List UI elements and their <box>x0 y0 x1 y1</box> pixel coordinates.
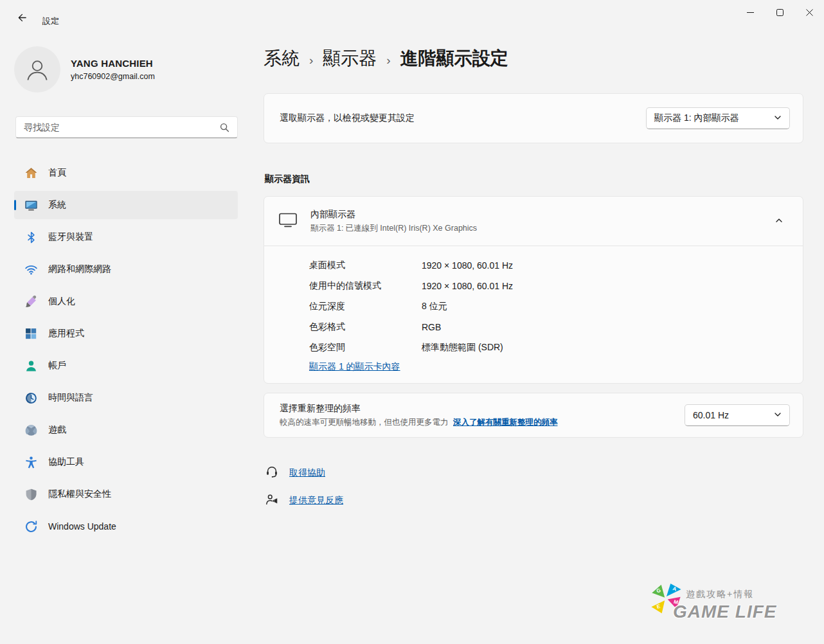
breadcrumb-separator: › <box>309 50 313 67</box>
close-icon <box>806 8 813 18</box>
info-row-active-signal-mode: 使用中的信號模式 1920 × 1080, 60.01 Hz <box>309 276 787 296</box>
display-info-texts: 內部顯示器 顯示器 1: 已連線到 Intel(R) Iris(R) Xe Gr… <box>310 209 768 234</box>
accessibility-person-icon <box>24 455 38 469</box>
sidebar-item-time-language[interactable]: 時間與語言 <box>14 384 238 412</box>
breadcrumb: 系統 › 顯示器 › 進階顯示設定 <box>264 46 508 71</box>
refresh-rate-value: 60.01 Hz <box>693 410 729 420</box>
refresh-rate-subtitle-text: 較高的速率可更順暢地移動，但也使用更多電力 <box>280 418 449 427</box>
maximize-icon <box>776 8 784 18</box>
refresh-rate-dropdown[interactable]: 60.01 Hz <box>685 404 790 426</box>
minimize-button[interactable] <box>735 0 765 26</box>
chevron-down-icon <box>774 113 782 123</box>
get-help-icon <box>265 465 279 481</box>
info-value: RGB <box>422 322 441 332</box>
info-label: 位元深度 <box>309 301 422 312</box>
sidebar-item-privacy-security[interactable]: 隱私權與安全性 <box>14 480 238 508</box>
display-info-expander-header[interactable]: 內部顯示器 顯示器 1: 已連線到 Intel(R) Iris(R) Xe Gr… <box>264 197 803 246</box>
sidebar-item-label: 首頁 <box>48 167 66 179</box>
sidebar-item-gaming[interactable]: 遊戲 <box>14 416 238 444</box>
refresh-rate-subtitle: 較高的速率可更順暢地移動，但也使用更多電力 深入了解有關重新整理的頻率 <box>280 417 557 428</box>
game-life-watermark: G A M E 遊戲攻略+情報 GAME LIFE <box>655 584 793 635</box>
sidebar-item-label: 系統 <box>48 199 66 211</box>
monitor-icon <box>278 212 298 230</box>
display-info-title: 內部顯示器 <box>310 209 768 220</box>
window-controls <box>735 0 824 26</box>
close-button[interactable] <box>794 0 824 26</box>
chevron-down-icon <box>774 410 782 420</box>
footer-links: 取得協助 提供意見反應 <box>265 464 343 519</box>
get-help-label: 取得協助 <box>289 467 325 479</box>
back-button[interactable] <box>10 9 33 28</box>
sidebar-item-label: 時間與語言 <box>48 392 93 404</box>
main-content: 系統 › 顯示器 › 進階顯示設定 選取顯示器，以檢視或變更其設定 顯示器 1:… <box>264 32 803 644</box>
clock-icon <box>24 391 38 405</box>
refresh-rate-card: 選擇重新整理的頻率 較高的速率可更順暢地移動，但也使用更多電力 深入了解有關重新… <box>264 393 803 438</box>
sidebar-item-label: 帳戶 <box>48 360 66 371</box>
user-texts: YANG HANCHIEH yhc760902@gmail.com <box>71 58 155 81</box>
system-icon <box>24 198 38 212</box>
chevron-up-icon <box>775 217 783 226</box>
sidebar-item-bluetooth-devices[interactable]: 藍牙與裝置 <box>14 223 238 251</box>
refresh-rate-title: 選擇重新整理的頻率 <box>280 403 557 415</box>
sidebar-item-network-internet[interactable]: 網路和網際網路 <box>14 255 238 283</box>
info-row-desktop-mode: 桌面模式 1920 × 1080, 60.01 Hz <box>309 255 787 276</box>
search-icon[interactable] <box>220 123 229 132</box>
home-icon <box>24 166 38 180</box>
back-arrow-icon <box>17 13 27 24</box>
info-value: 標準動態範圍 (SDR) <box>422 342 503 353</box>
select-display-label: 選取顯示器，以檢視或變更其設定 <box>280 112 415 124</box>
info-label: 桌面模式 <box>309 260 422 271</box>
display-info-card: 內部顯示器 顯示器 1: 已連線到 Intel(R) Iris(R) Xe Gr… <box>264 196 803 384</box>
bluetooth-icon <box>24 230 38 244</box>
sidebar-item-windows-update[interactable]: Windows Update <box>14 512 238 541</box>
sidebar-item-label: 網路和網際網路 <box>48 264 111 275</box>
info-value: 8 位元 <box>422 301 447 312</box>
info-value: 1920 × 1080, 60.01 Hz <box>422 281 513 291</box>
shield-icon <box>24 487 38 501</box>
sidebar-item-label: 個人化 <box>48 296 75 307</box>
breadcrumb-separator: › <box>386 50 390 67</box>
person-icon <box>24 359 38 373</box>
sidebar-item-label: 遊戲 <box>48 424 66 436</box>
info-label: 使用中的信號模式 <box>309 280 422 292</box>
sidebar-item-apps[interactable]: 應用程式 <box>14 319 238 348</box>
display-info-body: 桌面模式 1920 × 1080, 60.01 Hz 使用中的信號模式 1920… <box>264 246 803 383</box>
sidebar-item-personalization[interactable]: 個人化 <box>14 287 238 316</box>
maximize-button[interactable] <box>765 0 794 26</box>
paintbrush-icon <box>24 294 38 309</box>
display-select-value: 顯示器 1: 內部顯示器 <box>654 112 739 124</box>
learn-more-link[interactable]: 深入了解有關重新整理的頻率 <box>453 418 558 427</box>
apps-grid-icon <box>24 326 38 341</box>
sidebar-item-accounts[interactable]: 帳戶 <box>14 352 238 380</box>
sidebar-item-system[interactable]: 系統 <box>14 191 238 219</box>
breadcrumb-display[interactable]: 顯示器 <box>323 46 377 71</box>
feedback-label: 提供意見反應 <box>289 495 343 506</box>
page-title: 進階顯示設定 <box>400 46 508 71</box>
update-arrows-icon <box>24 519 38 533</box>
sidebar-item-label: 藍牙與裝置 <box>48 231 93 243</box>
sidebar-item-accessibility[interactable]: 協助工具 <box>14 448 238 476</box>
display-adapter-properties-link[interactable]: 顯示器 1 的顯示卡內容 <box>309 361 400 373</box>
sidebar-item-label: 協助工具 <box>48 456 84 468</box>
minimize-icon <box>747 8 754 18</box>
info-value: 1920 × 1080, 60.01 Hz <box>422 260 513 271</box>
sidebar-item-label: 隱私權與安全性 <box>48 488 111 500</box>
display-select-dropdown[interactable]: 顯示器 1: 內部顯示器 <box>646 107 790 129</box>
wifi-icon <box>24 262 38 276</box>
user-email: yhc760902@gmail.com <box>71 72 155 81</box>
display-info-section-title: 顯示器資訊 <box>265 174 310 185</box>
watermark-tagline: 遊戲攻略+情報 <box>686 589 754 600</box>
avatar <box>14 46 60 93</box>
sidebar-item-home[interactable]: 首頁 <box>14 159 238 187</box>
user-account-block[interactable]: YANG HANCHIEH yhc760902@gmail.com <box>14 46 155 93</box>
refresh-rate-texts: 選擇重新整理的頻率 較高的速率可更順暢地移動，但也使用更多電力 深入了解有關重新… <box>280 403 557 428</box>
collapse-button[interactable] <box>768 211 790 231</box>
search-input[interactable] <box>16 122 220 132</box>
sidebar-item-label: Windows Update <box>48 521 116 532</box>
feedback-link[interactable]: 提供意見反應 <box>265 492 343 510</box>
breadcrumb-system[interactable]: 系統 <box>264 46 300 71</box>
settings-search-box <box>15 116 238 138</box>
get-help-link[interactable]: 取得協助 <box>265 464 343 482</box>
titlebar: 設定 <box>0 0 824 32</box>
info-row-color-format: 色彩格式 RGB <box>309 317 787 337</box>
